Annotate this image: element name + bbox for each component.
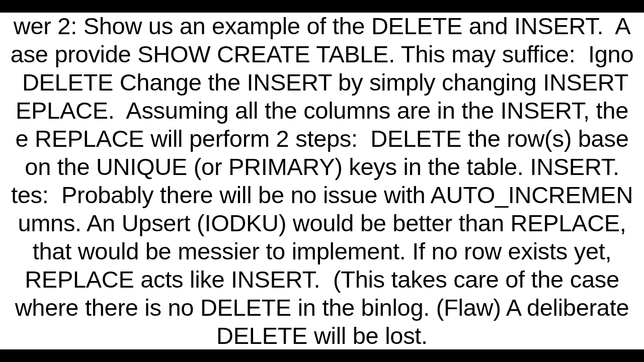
letterbox-top [0, 0, 644, 13]
document-body-text: wer 2: Show us an example of the DELETE … [0, 13, 644, 349]
letterbox-bottom [0, 349, 644, 362]
document-content-area: wer 2: Show us an example of the DELETE … [0, 13, 644, 349]
